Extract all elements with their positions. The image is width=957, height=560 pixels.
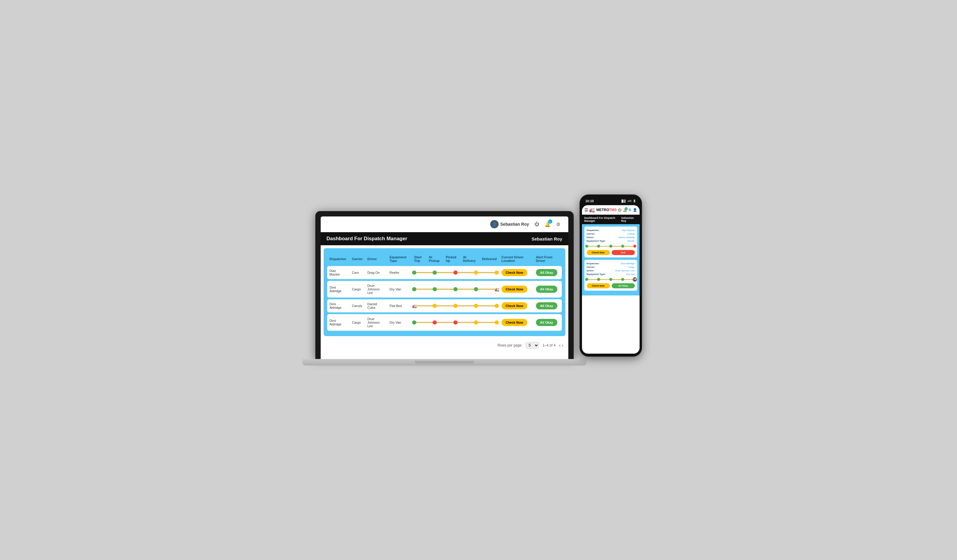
phone-sos-button-1[interactable]: SoS: [612, 250, 635, 255]
col-carrier: Carrier: [349, 254, 365, 264]
notification-icon[interactable]: 🔔 0: [543, 220, 552, 228]
phone-card-1-equipment-value: Reefer: [627, 240, 635, 242]
next-page-button[interactable]: ›: [562, 343, 563, 348]
cell-dispatcher-2: Dimi Aldridge: [327, 299, 350, 312]
phone-card-2-carrier-value: Cargo: [628, 266, 635, 268]
cell-alert-1[interactable]: All Okay: [534, 281, 562, 298]
alert-button-1[interactable]: All Okay: [536, 286, 557, 293]
phone: 10:10 ▐▌▌ wifi 🔋 ☰ 🚛 METROTMS ⏻ 🔔: [580, 194, 642, 357]
pagination: Rows per page: 5 10 25 1–4 of 4 ‹ ›: [321, 339, 569, 352]
rows-per-page-select[interactable]: 5 10 25: [526, 342, 539, 349]
alert-button-3[interactable]: All Okay: [536, 319, 557, 326]
laptop-screen-outer: 👤 Sebastian Roy ⏻ 🔔 0 ⚙ Dashboard For: [315, 211, 574, 359]
phone-notification-icon[interactable]: 🔔 0: [623, 208, 627, 212]
alert-button-0[interactable]: All Okay: [536, 269, 557, 276]
phone-settings-icon[interactable]: ⚙: [628, 208, 632, 212]
table-header-row: Dispatcher Carrier Driver Equipment Type…: [327, 254, 562, 264]
wifi-icon: wifi: [628, 200, 632, 202]
cell-driver-2: Darold Cuba: [365, 299, 387, 312]
laptop: 👤 Sebastian Roy ⏻ 🔔 0 ⚙ Dashboard For: [315, 211, 574, 366]
phone-card-2-carrier-label: Carrier:: [587, 266, 595, 268]
settings-icon[interactable]: ⚙: [554, 220, 562, 228]
progress-dot-1-0: [412, 287, 416, 291]
phone-dashboard-title: Dashboard For Dispatch Manager: [584, 216, 621, 222]
phone-check-now-button-2[interactable]: Check Now: [587, 283, 610, 288]
progress-dot-1-1: [433, 287, 437, 291]
check-now-button-3[interactable]: Check Now: [502, 319, 527, 326]
signal-icon: ▐▌▌: [621, 200, 626, 202]
phone-card-1-buttons: Check Now SoS: [587, 250, 635, 255]
alert-button-2[interactable]: All Okay: [536, 302, 557, 309]
progress-dot-2-3: [474, 304, 478, 308]
phone-card-1-dispatcher-label: Dispatcher:: [587, 229, 600, 232]
check-now-button-0[interactable]: Check Now: [502, 269, 527, 276]
phone-avatar-icon[interactable]: 👤: [633, 208, 637, 212]
cell-alert-3[interactable]: All Okay: [534, 314, 562, 331]
cell-carrier-3: Cargo: [349, 314, 365, 331]
phone-card-1-equipment-label: Equipment Type:: [587, 240, 606, 242]
progress-track-3: [414, 320, 497, 325]
check-now-button-2[interactable]: Check Now: [502, 302, 527, 309]
progress-dot-0-2: [453, 270, 458, 274]
cell-check-now-2[interactable]: Check Now: [499, 299, 534, 312]
phone-card-1-carrier-value: Carline: [627, 232, 635, 235]
dashboard-header: Dashboard For Dispatch Manager Sebastian…: [321, 232, 569, 245]
progress-dot-0-3: [474, 270, 478, 274]
col-delivered: Delivered: [480, 254, 499, 264]
col-dispatcher: Dispatcher: [327, 254, 350, 264]
phone-card-2-dispatcher-value: Dimi Aldridge: [621, 262, 635, 265]
cell-dispatcher-1: Dimi Aldridge: [327, 281, 350, 298]
phone-content: Dispatcher: Diaz Mackie Carrier: Carline…: [582, 224, 640, 295]
phone-card-1-carrier-label: Carrier:: [587, 232, 595, 235]
cell-alert-0[interactable]: All Okay: [534, 266, 562, 279]
laptop-base: [302, 359, 586, 366]
dashboard-title: Dashboard For Dispatch Manager: [327, 236, 407, 242]
phone-dot-2: [597, 245, 600, 248]
progress-dot-3-1: [433, 320, 437, 325]
phone-dashboard-user: Sebastian Roy: [621, 216, 637, 222]
phone-menu-icon[interactable]: ☰: [584, 208, 588, 212]
phone-time: 10:10: [586, 199, 594, 203]
progress-dot-0-4: [495, 270, 499, 274]
cell-check-now-0[interactable]: Check Now: [499, 266, 534, 279]
phone-logo-text: METROTMS: [596, 208, 617, 212]
table-row: Diaz Mackie Caro Drag On Reefer Check No…: [327, 266, 562, 279]
dispatch-table: Dispatcher Carrier Driver Equipment Type…: [327, 252, 562, 333]
app-header-user: 👤 Sebastian Roy: [490, 220, 529, 228]
phone-card-1-driver-label: Driver:: [587, 236, 594, 239]
cell-equipment-1: Dry Van: [387, 281, 412, 298]
cell-check-now-3[interactable]: Check Now: [499, 314, 534, 331]
phone-dashboard-header: Dashboard For Dispatch Manager Sebastian…: [582, 215, 640, 224]
power-icon[interactable]: ⏻: [533, 220, 541, 228]
check-now-button-1[interactable]: Check Now: [502, 286, 527, 293]
phone-dot2-1: [585, 278, 588, 281]
cell-check-now-1[interactable]: Check Now: [499, 281, 534, 298]
phone-card-2-driver-label: Driver:: [587, 269, 594, 272]
cell-alert-2[interactable]: All Okay: [534, 299, 562, 312]
cell-progress-3: [412, 314, 499, 331]
scene: 👤 Sebastian Roy ⏻ 🔔 0 ⚙ Dashboard For: [315, 194, 642, 366]
cell-dispatcher-0: Diaz Mackie: [327, 266, 350, 279]
progress-dot-3-3: [474, 320, 478, 325]
phone-okay-button-2[interactable]: All Okay: [612, 283, 635, 288]
phone-card-1-carrier-row: Carrier: Carline: [587, 232, 635, 235]
cell-driver-1: Drue Johnson Lee: [365, 281, 387, 298]
pagination-nav: ‹ ›: [559, 343, 564, 348]
prev-page-button[interactable]: ‹: [559, 343, 561, 348]
cell-carrier-0: Caro: [349, 266, 365, 279]
table-container: Dispatcher Carrier Driver Equipment Type…: [324, 248, 565, 336]
phone-card-1-driver-row: Driver: Darren Belitsky: [587, 236, 635, 239]
battery-icon: 🔋: [633, 200, 636, 202]
phone-dot-5: [633, 245, 636, 248]
phone-dot2-4: [621, 278, 624, 281]
cell-progress-0: [412, 266, 499, 279]
phone-power-icon[interactable]: ⏻: [618, 208, 621, 212]
phone-card-1-driver-value: Darren Belitsky: [619, 236, 635, 239]
phone-card-2-progress: 🚛: [587, 277, 635, 281]
phone-check-now-button-1[interactable]: Check Now: [587, 250, 610, 255]
col-location: Current Driver Location: [499, 254, 534, 264]
phone-card-2-dispatcher-row: Dispatcher: Dimi Aldridge: [587, 262, 635, 265]
progress-dot-0-1: [433, 270, 437, 274]
cell-equipment-2: Flat Bed: [387, 299, 412, 312]
page-info: 1–4 of 4: [542, 343, 555, 347]
